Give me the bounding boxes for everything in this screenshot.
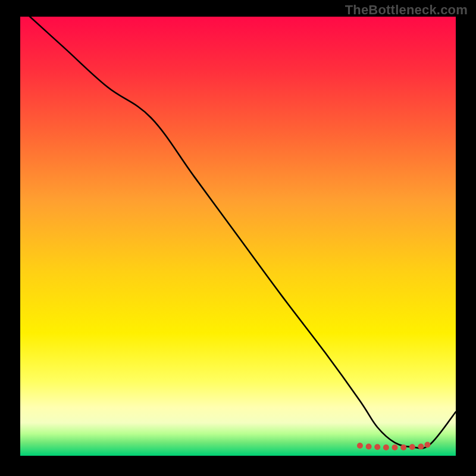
- marker-dot: [400, 444, 406, 450]
- watermark-label: TheBottleneck.com: [345, 2, 468, 18]
- chart-svg: [0, 0, 476, 476]
- marker-dot: [366, 444, 372, 450]
- marker-dot: [374, 444, 380, 450]
- marker-dot: [424, 442, 430, 448]
- chart-stage: TheBottleneck.com: [0, 0, 476, 476]
- marker-dot: [392, 444, 398, 450]
- marker-dot: [409, 444, 415, 450]
- marker-dot: [357, 443, 363, 449]
- marker-dot: [418, 444, 424, 450]
- marker-dot: [383, 444, 389, 450]
